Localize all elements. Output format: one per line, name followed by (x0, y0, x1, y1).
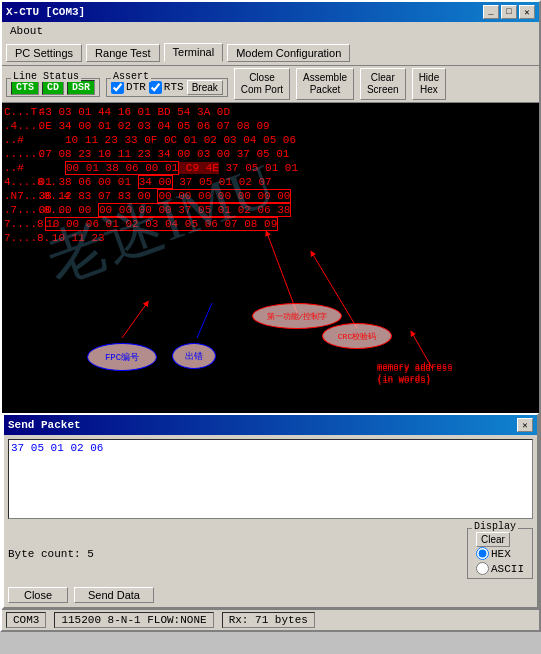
send-packet-content: 37 05 01 02 06 (4, 435, 537, 526)
hex-radio-label: HEX (476, 547, 524, 560)
tab-pc-settings[interactable]: PC Settings (6, 44, 82, 62)
status-bar: COM3 115200 8-N-1 FLOW:NONE Rx: 71 bytes (2, 609, 539, 630)
close-com-port-button[interactable]: CloseCom Port (234, 68, 290, 100)
send-packet-window: Send Packet ✕ 37 05 01 02 06 Byte count:… (2, 413, 539, 609)
window-title: X-CTU [COM3] (6, 6, 85, 18)
send-buttons-row: Close Send Data (4, 583, 537, 607)
crc-annotation: CRC校验码 (322, 323, 392, 349)
assemble-packet-button[interactable]: AssemblePacket (296, 68, 354, 100)
menu-about[interactable]: About (6, 24, 47, 38)
display-group-label: Display (472, 521, 518, 532)
packet-input[interactable]: 37 05 01 02 06 (8, 439, 533, 519)
rts-checkbox-label: RTS (149, 81, 184, 94)
ascii-radio[interactable] (476, 562, 489, 575)
payload-annotation: 第一功能/控制字 (252, 303, 342, 329)
status-com: COM3 (6, 612, 46, 628)
terminal-line-0: C...T: 43 03 01 44 16 01 BD 54 3A 0D (4, 105, 537, 119)
tab-modem-config[interactable]: Modem Configuration (227, 44, 350, 62)
restore-button[interactable]: □ (501, 5, 517, 19)
cd-led: CD (42, 80, 64, 95)
close-button[interactable]: ✕ (519, 5, 535, 19)
send-packet-title-bar: Send Packet ✕ (4, 415, 537, 435)
status-baud: 115200 8-N-1 FLOW:NONE (54, 612, 213, 628)
display-options: HEX ASCII (476, 547, 524, 575)
terminal-line-3: ...... 07 08 23 10 11 23 34 00 03 00 37 … (4, 147, 537, 161)
hex-label: HEX (491, 548, 511, 560)
dtr-checkbox-label: DTR (111, 81, 146, 94)
terminal-area: C...T: 43 03 01 44 16 01 BD 54 3A 0D .4.… (2, 103, 539, 413)
tab-terminal[interactable]: Terminal (164, 43, 224, 62)
byte-count-label: Byte count: (8, 548, 81, 560)
dtr-checkbox[interactable] (111, 81, 124, 94)
send-packet-close-icon[interactable]: ✕ (517, 418, 533, 432)
line-status-group: Line Status CTS CD DSR (6, 78, 100, 97)
ascii-radio-label: ASCII (476, 562, 524, 575)
status-rx: Rx: 71 bytes (222, 612, 315, 628)
tab-range-test[interactable]: Range Test (86, 44, 159, 62)
window-controls: _ □ ✕ (483, 5, 535, 19)
memory-annotation: memory address (in words) (377, 363, 453, 387)
byte-count-area: Byte count: 5 (8, 548, 94, 560)
svg-line-4 (412, 333, 432, 368)
clear-button[interactable]: Clear (476, 532, 510, 547)
terminal-line-8: 7....8.. 10 00 06 01 02 03 04 05 06 07 0… (4, 217, 537, 231)
rts-label: RTS (164, 81, 184, 93)
left-buttons: Close Send Data (8, 587, 154, 603)
hide-hex-button[interactable]: HideHex (412, 68, 447, 100)
terminal-line-5: 4....8.. 01 38 06 00 01 34 00 37 05 01 0… (4, 175, 537, 189)
main-window: X-CTU [COM3] _ □ ✕ About PC Settings Ran… (0, 0, 541, 632)
output-annotation: 出错 (172, 343, 216, 369)
terminal-line-4: ..# 00 01 38 06 00 01 C9 4E 37 05 01 01 (4, 161, 537, 175)
svg-line-3 (312, 253, 357, 328)
terminal-line-9: 7....8. 10 11 23 (4, 231, 537, 245)
svg-line-0 (122, 303, 147, 338)
ascii-label: ASCII (491, 563, 524, 575)
terminal-line-1: .4.... 0E 34 00 01 02 03 04 05 06 07 08 … (4, 119, 537, 133)
terminal-line-2: ..# 10 11 23 33 0F 0C 01 02 03 04 05 06 (4, 133, 537, 147)
assert-label: Assert (111, 71, 151, 82)
tab-bar: PC Settings Range Test Terminal Modem Co… (2, 40, 539, 66)
send-data-button[interactable]: Send Data (74, 587, 154, 603)
fpc-annotation: FPC编号 (87, 343, 157, 371)
menu-bar: About (2, 22, 539, 40)
controls-row: Line Status CTS CD DSR Assert DTR RTS Br… (2, 66, 539, 103)
memory-text: memory address(in words) (377, 361, 453, 385)
byte-count-value: 5 (87, 548, 94, 560)
terminal-line-6: .N7...8..4 38 12 83 07 83 00 00 00 00 00… (4, 189, 537, 203)
dtr-label: DTR (126, 81, 146, 93)
terminal-line-7: .7....8... 00 00 00 00 00 00 00 37 05 01… (4, 203, 537, 217)
svg-line-1 (197, 303, 212, 338)
clear-screen-button[interactable]: ClearScreen (360, 68, 406, 100)
hex-radio[interactable] (476, 547, 489, 560)
cts-led: CTS (11, 80, 39, 95)
display-group: Display Clear HEX ASCII (467, 528, 533, 579)
assert-group: Assert DTR RTS Break (106, 78, 228, 97)
send-packet-title: Send Packet (8, 419, 81, 431)
close-send-button[interactable]: Close (8, 587, 68, 603)
break-button[interactable]: Break (187, 80, 223, 95)
send-bottom-row: Byte count: 5 Display Clear HEX ASCII (4, 526, 537, 583)
dsr-led: DSR (67, 80, 95, 95)
rts-checkbox[interactable] (149, 81, 162, 94)
title-bar: X-CTU [COM3] _ □ ✕ (2, 2, 539, 22)
line-status-label: Line Status (11, 71, 81, 82)
svg-line-2 (267, 233, 297, 313)
minimize-button[interactable]: _ (483, 5, 499, 19)
